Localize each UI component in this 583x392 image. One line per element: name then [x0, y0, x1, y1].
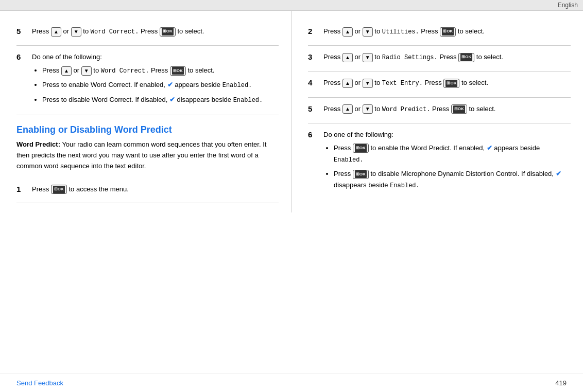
- step-number-3-right: 3: [308, 52, 318, 61]
- step-content-5-right: Press ▲ or ▼ to Word Predict. Press ⊞OK …: [323, 104, 571, 117]
- arrow-down-icon-6l1: ▼: [81, 66, 92, 76]
- checkmark-enabled-left: ✔: [167, 81, 173, 88]
- step-number-6-right: 6: [308, 130, 318, 139]
- ok-button-1l: ⊞OK: [51, 185, 67, 194]
- right-step-5: 5 Press ▲ or ▼ to Word Predict. Press ⊞O…: [308, 98, 571, 123]
- arrow-down-icon-2r: ▼: [363, 27, 373, 37]
- checkmark-disabled-left: ✔: [169, 96, 175, 103]
- step6-bullets-left: Press ▲ or ▼ to Word Correct. Press ⊞OK …: [32, 65, 279, 105]
- step6-label-left: Do one of the following:: [32, 52, 279, 63]
- footer: Send Feedback 419: [0, 373, 583, 392]
- bullet-1-left: Press ▲ or ▼ to Word Correct. Press ⊞OK …: [42, 65, 279, 76]
- arrow-up-icon-2r: ▲: [342, 27, 353, 37]
- checkmark-disabled-right: ✔: [556, 170, 561, 177]
- top-bar: English: [0, 0, 583, 11]
- bullet-2-left: Press to enable Word Correct. If enabled…: [42, 79, 279, 91]
- ok-button-6l1: ⊞OK: [170, 66, 186, 76]
- or-text: or: [63, 27, 69, 35]
- word-predict-code-5r: Word Predict.: [382, 106, 431, 113]
- ok-button-3r: ⊞OK: [458, 53, 474, 62]
- step-number-5-right: 5: [308, 104, 318, 113]
- language-label: English: [558, 2, 578, 9]
- section-description: Word Predict: Your radio can learn commo…: [16, 139, 279, 171]
- ok-button-5r: ⊞OK: [451, 104, 467, 114]
- step6-label-right: Do one of the following:: [323, 130, 571, 140]
- text-entry-code: Text Entry.: [382, 80, 423, 87]
- word-correct-code-6l1: Word Correct.: [101, 67, 149, 75]
- step-content-5-left: Press ▲ or ▼ to Word Correct. Press ⊞OK …: [32, 26, 279, 39]
- arrow-up-icon-3r: ▲: [342, 53, 353, 62]
- arrow-down-icon-4r: ▼: [363, 79, 373, 88]
- step-number-4-right: 4: [308, 78, 318, 87]
- step-number-2-right: 2: [308, 26, 318, 35]
- left-column: 5 Press ▲ or ▼ to Word Correct. Press ⊞O…: [0, 11, 292, 212]
- step6-bullets-right: Press ⊞OK to enable the Word Predict. If…: [323, 142, 571, 191]
- left-step-6: 6 Do one of the following: Press ▲ or ▼ …: [16, 46, 279, 115]
- step-content-1-left: Press ⊞OK to access the menu.: [32, 184, 279, 197]
- step-content-6-left: Do one of the following: Press ▲ or ▼ to…: [32, 52, 279, 109]
- radio-settings-code: Radio Settings.: [382, 54, 438, 61]
- right-step-6: 6 Do one of the following: Press ⊞OK to …: [308, 123, 571, 201]
- right-column: 2 Press ▲ or ▼ to Utilities. Press ⊞OK t…: [292, 11, 583, 212]
- step-number-1-left: 1: [16, 184, 27, 193]
- right-step-3: 3 Press ▲ or ▼ to Radio Settings. Press …: [308, 46, 571, 72]
- step-content-4-right: Press ▲ or ▼ to Text Entry. Press ⊞OK to…: [323, 78, 571, 91]
- arrow-up-icon-4r: ▲: [342, 79, 353, 88]
- arrow-up-icon: ▲: [51, 27, 61, 37]
- step-content-6-right: Do one of the following: Press ⊞OK to en…: [323, 130, 571, 194]
- right-step-2: 2 Press ▲ or ▼ to Utilities. Press ⊞OK t…: [308, 20, 571, 46]
- bullet-2-right: Press ⊞OK to disable Microphone Dynamic …: [334, 168, 571, 191]
- enabled-code-3l: Enabled.: [233, 97, 263, 104]
- step-number-6-left: 6: [16, 52, 27, 61]
- ok-button-4r: ⊞OK: [443, 79, 459, 88]
- utilities-code: Utilities.: [382, 28, 419, 35]
- arrow-up-icon-6l1: ▲: [61, 66, 72, 76]
- bullet-1-right: Press ⊞OK to enable the Word Predict. If…: [334, 142, 571, 165]
- step-content-3-right: Press ▲ or ▼ to Radio Settings. Press ⊞O…: [323, 52, 571, 65]
- send-feedback-link[interactable]: Send Feedback: [16, 379, 63, 387]
- ok-button-2r: ⊞OK: [440, 27, 456, 37]
- enabled-code-2r: Enabled.: [390, 182, 420, 189]
- ok-button-6r2: ⊞OK: [353, 170, 369, 179]
- arrow-down-icon-3r: ▼: [363, 53, 373, 62]
- ok-button-5l: ⊞OK: [160, 27, 176, 37]
- enabled-code-1r: Enabled.: [334, 156, 364, 164]
- right-step-4: 4 Press ▲ or ▼ to Text Entry. Press ⊞OK …: [308, 72, 571, 97]
- enabled-code-2l: Enabled.: [222, 82, 252, 89]
- step-number-5-left: 5: [16, 26, 27, 35]
- ok-button-6r1: ⊞OK: [353, 144, 369, 153]
- left-step-1: 1 Press ⊞OK to access the menu.: [16, 178, 279, 204]
- word-predict-label: Word Predict:: [16, 140, 60, 148]
- word-correct-code-5l: Word Correct.: [91, 28, 139, 35]
- arrow-up-icon-5r: ▲: [342, 104, 353, 114]
- checkmark-enabled-right: ✔: [487, 144, 492, 152]
- section-heading: Enabling or Disabling Word Predict: [16, 124, 279, 135]
- page-number: 419: [555, 379, 567, 387]
- bullet-3-left: Press to disable Word Correct. If disabl…: [42, 94, 279, 105]
- arrow-down-icon: ▼: [71, 27, 81, 37]
- arrow-down-icon-5r: ▼: [363, 104, 373, 114]
- left-step-5: 5 Press ▲ or ▼ to Word Correct. Press ⊞O…: [16, 20, 279, 46]
- step-content-2-right: Press ▲ or ▼ to Utilities. Press ⊞OK to …: [323, 26, 571, 39]
